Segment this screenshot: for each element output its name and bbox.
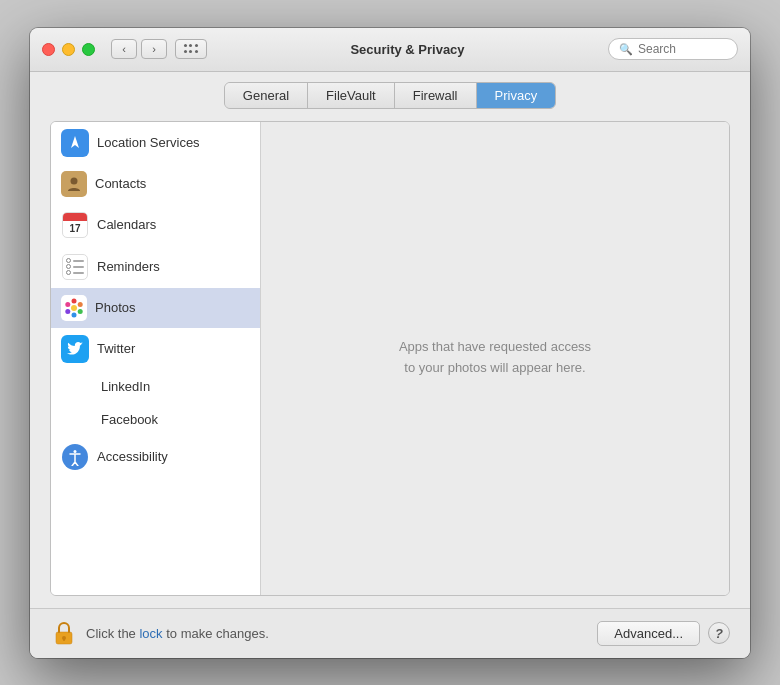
lock-icon [53, 620, 75, 646]
bottom-right: Advanced... ? [597, 621, 730, 646]
lock-icon-wrap[interactable] [50, 619, 78, 647]
placeholder-line2: to your photos will appear here. [399, 358, 591, 379]
main-content: Location Services Contacts [30, 109, 750, 608]
search-icon: 🔍 [619, 43, 633, 56]
location-icon [61, 129, 89, 157]
advanced-button[interactable]: Advanced... [597, 621, 700, 646]
sidebar-item-reminders[interactable]: Reminders [51, 246, 260, 288]
nav-buttons: ‹ › [111, 39, 167, 59]
bottom-bar: Click the lock to make changes. Advanced… [30, 608, 750, 658]
placeholder-line1: Apps that have requested access [399, 337, 591, 358]
calendars-icon: 17 [61, 211, 89, 239]
svg-point-8 [74, 450, 77, 453]
right-panel: Apps that have requested access to your … [261, 122, 729, 595]
tab-filevault[interactable]: FileVault [308, 83, 395, 108]
search-input[interactable] [638, 42, 728, 56]
main-window: ‹ › Security & Privacy 🔍 General FileVau… [30, 28, 750, 658]
maximize-button[interactable] [82, 43, 95, 56]
sidebar-label-photos: Photos [95, 300, 135, 315]
sidebar-label-location-services: Location Services [97, 135, 200, 150]
sidebar: Location Services Contacts [51, 122, 261, 595]
sidebar-item-facebook[interactable]: Facebook [51, 403, 260, 436]
grid-dots-icon [184, 44, 199, 54]
svg-point-1 [71, 305, 77, 311]
tab-general[interactable]: General [225, 83, 308, 108]
lock-text: Click the lock to make changes. [86, 626, 269, 641]
svg-point-6 [65, 309, 70, 314]
tabs-area: General FileVault Firewall Privacy [30, 72, 750, 109]
sidebar-item-twitter[interactable]: Twitter [51, 328, 260, 370]
svg-point-4 [78, 309, 83, 314]
svg-point-5 [72, 312, 77, 317]
grid-button[interactable] [175, 39, 207, 59]
sidebar-item-photos[interactable]: Photos [51, 288, 260, 328]
sidebar-item-location-services[interactable]: Location Services [51, 122, 260, 164]
svg-point-2 [72, 298, 77, 303]
sidebar-label-linkedin: LinkedIn [65, 379, 150, 394]
sidebar-item-calendars[interactable]: 17 Calendars [51, 204, 260, 246]
lock-link[interactable]: lock [139, 626, 162, 641]
svg-rect-11 [63, 638, 65, 641]
contacts-icon [61, 171, 87, 197]
close-button[interactable] [42, 43, 55, 56]
reminders-icon [61, 253, 89, 281]
svg-point-0 [71, 177, 78, 184]
sidebar-label-reminders: Reminders [97, 259, 160, 274]
accessibility-icon [61, 443, 89, 471]
sidebar-label-twitter: Twitter [97, 341, 135, 356]
sidebar-label-accessibility: Accessibility [97, 449, 168, 464]
sidebar-item-accessibility[interactable]: Accessibility [51, 436, 260, 478]
search-box[interactable]: 🔍 [608, 38, 738, 60]
content-panel: Location Services Contacts [50, 121, 730, 596]
minimize-button[interactable] [62, 43, 75, 56]
tab-firewall[interactable]: Firewall [395, 83, 477, 108]
sidebar-label-contacts: Contacts [95, 176, 146, 191]
placeholder-text: Apps that have requested access to your … [399, 337, 591, 379]
sidebar-label-calendars: Calendars [97, 217, 156, 232]
twitter-icon [61, 335, 89, 363]
sidebar-item-linkedin[interactable]: LinkedIn [51, 370, 260, 403]
traffic-lights [42, 43, 95, 56]
svg-point-3 [78, 302, 83, 307]
titlebar: ‹ › Security & Privacy 🔍 [30, 28, 750, 72]
photos-icon [61, 295, 87, 321]
back-button[interactable]: ‹ [111, 39, 137, 59]
sidebar-label-facebook: Facebook [65, 412, 158, 427]
sidebar-item-contacts[interactable]: Contacts [51, 164, 260, 204]
svg-point-7 [65, 302, 70, 307]
tab-group: General FileVault Firewall Privacy [224, 82, 556, 109]
window-title: Security & Privacy [207, 42, 608, 57]
tab-privacy[interactable]: Privacy [477, 83, 556, 108]
forward-button[interactable]: › [141, 39, 167, 59]
help-button[interactable]: ? [708, 622, 730, 644]
